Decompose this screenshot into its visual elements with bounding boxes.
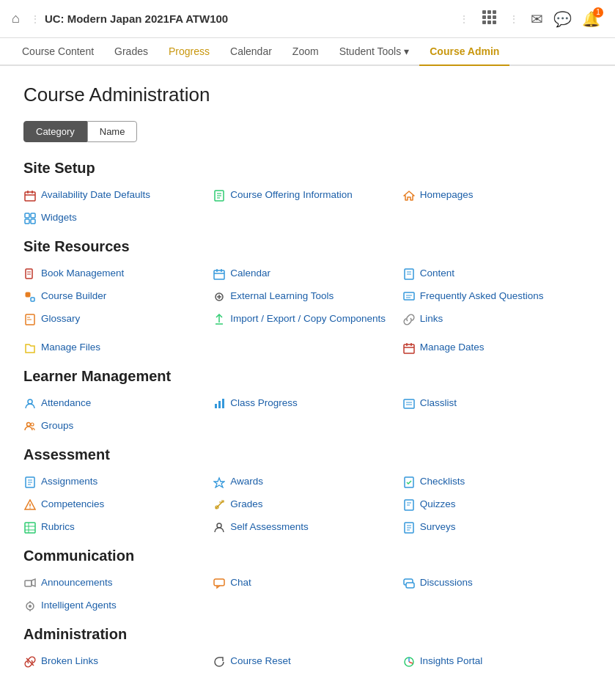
surveys-link[interactable]: Surveys — [420, 520, 456, 534]
svg-marker-83 — [32, 579, 35, 586]
manage-files-link[interactable]: Manage Files — [41, 341, 100, 355]
svg-rect-20 — [25, 219, 29, 224]
links-link[interactable]: Links — [420, 312, 443, 326]
nav-grades[interactable]: Grades — [104, 38, 158, 66]
course-builder-icon — [23, 290, 37, 303]
list-item: Announcements — [23, 575, 213, 592]
course-offering-info-link[interactable]: Course Offering Information — [230, 188, 352, 202]
insights-portal-link[interactable]: Insights Portal — [420, 655, 483, 668]
list-item: Manage Dates — [402, 339, 592, 356]
attendance-link[interactable]: Attendance — [41, 397, 91, 410]
svg-rect-33 — [31, 298, 34, 301]
list-item: Availability Date Defaults — [23, 187, 213, 204]
nav-progress[interactable]: Progress — [158, 38, 220, 66]
availability-date-defaults-link[interactable]: Availability Date Defaults — [41, 188, 150, 202]
content-link[interactable]: Content — [420, 267, 454, 281]
manage-dates-link[interactable]: Manage Dates — [420, 341, 485, 355]
quizzes-link[interactable]: Quizzes — [420, 498, 456, 512]
category-toggle-btn[interactable]: Category — [23, 121, 87, 142]
attendance-icon — [23, 397, 37, 410]
intelligent-agents-link[interactable]: Intelligent Agents — [41, 599, 117, 613]
section-title-site-resources: Site Resources — [23, 238, 592, 255]
section-site-setup: Site Setup Availability Date Defaults Co… — [23, 160, 592, 226]
svg-rect-1 — [487, 10, 491, 14]
homepages-link[interactable]: Homepages — [420, 188, 474, 202]
external-learning-tools-link[interactable]: External Learning Tools — [230, 290, 334, 303]
mail-icon[interactable]: ✉ — [528, 7, 546, 31]
svg-rect-8 — [493, 21, 496, 24]
list-item: Glossary — [23, 311, 213, 328]
list-item: Assignments — [23, 474, 213, 490]
svg-rect-53 — [404, 399, 414, 408]
section-title-assessment: Assessment — [23, 446, 592, 463]
availability-date-defaults-icon — [23, 189, 37, 202]
import-export-link[interactable]: Import / Export / Copy Components — [230, 312, 386, 326]
svg-rect-7 — [487, 21, 491, 24]
classlist-link[interactable]: Classlist — [420, 397, 457, 410]
widgets-link[interactable]: Widgets — [41, 211, 77, 225]
list-item: Rubrics — [23, 519, 213, 536]
list-item: Links — [402, 311, 592, 328]
calendar-resources-icon — [213, 268, 226, 281]
list-item: Surveys — [402, 519, 592, 536]
list-item: Awards — [213, 474, 402, 490]
nav-zoom[interactable]: Zoom — [282, 38, 329, 66]
glossary-link[interactable]: Glossary — [41, 312, 80, 326]
chat-icon[interactable]: 💬 — [550, 7, 575, 31]
competencies-icon — [23, 498, 37, 512]
list-item: Book Management — [23, 265, 213, 282]
svg-rect-50 — [215, 404, 217, 408]
awards-link[interactable]: Awards — [230, 475, 263, 489]
announcements-link[interactable]: Announcements — [41, 576, 113, 590]
homepages-icon — [402, 189, 416, 202]
nav-student-tools[interactable]: Student Tools ▾ — [329, 38, 420, 66]
svg-rect-9 — [25, 192, 35, 201]
checklists-link[interactable]: Checklists — [420, 475, 465, 489]
learner-management-grid: Attendance Class Progress Classlist Grou… — [23, 395, 592, 435]
manage-dates-icon — [402, 342, 416, 355]
grades-link[interactable]: Grades — [230, 498, 262, 512]
classlist-icon — [402, 397, 416, 410]
chat-link[interactable]: Chat — [230, 576, 251, 590]
nav-calendar[interactable]: Calendar — [220, 38, 282, 66]
calendar-resources-link[interactable]: Calendar — [230, 267, 270, 281]
discussions-link[interactable]: Discussions — [420, 576, 473, 590]
class-progress-link[interactable]: Class Progress — [230, 397, 298, 410]
list-item: Insights Portal — [402, 653, 592, 670]
course-reset-link[interactable]: Course Reset — [230, 655, 291, 668]
list-item: Class Progress — [213, 395, 402, 412]
chat-link-icon — [213, 577, 226, 590]
broken-links-link[interactable]: Broken Links — [41, 655, 98, 668]
divider3: ⋮ — [509, 13, 519, 25]
self-assessments-link[interactable]: Self Assessments — [230, 520, 309, 534]
course-builder-link[interactable]: Course Builder — [41, 290, 106, 303]
list-item: Widgets — [23, 210, 213, 226]
list-item: Broken Links — [23, 653, 213, 670]
svg-rect-21 — [31, 219, 35, 224]
list-item: Course Builder — [23, 288, 213, 305]
notification-badge: 1 — [593, 7, 603, 18]
rubrics-link[interactable]: Rubrics — [41, 520, 75, 534]
faq-link[interactable]: Frequently Asked Questions — [420, 290, 544, 303]
discussions-icon — [402, 577, 416, 590]
nav-course-admin[interactable]: Course Admin — [419, 38, 509, 66]
groups-link[interactable]: Groups — [41, 419, 73, 433]
self-assessments-icon — [213, 521, 226, 534]
svg-rect-73 — [25, 523, 35, 533]
section-title-administration: Administration — [23, 626, 592, 643]
home-icon[interactable]: ⌂ — [12, 11, 20, 26]
svg-point-57 — [31, 423, 34, 426]
apps-icon[interactable] — [478, 6, 500, 32]
svg-point-49 — [28, 399, 32, 404]
name-toggle-btn[interactable]: Name — [87, 121, 138, 142]
competencies-link[interactable]: Competencies — [41, 498, 104, 512]
assignments-link[interactable]: Assignments — [41, 475, 97, 489]
notification-icon[interactable]: 🔔 1 — [579, 7, 603, 31]
nav-course-content[interactable]: Course Content — [12, 38, 104, 66]
list-item: Content — [402, 265, 592, 282]
administration-grid: Broken Links Course Reset Insights Porta… — [23, 653, 592, 670]
book-management-link[interactable]: Book Management — [41, 267, 124, 281]
site-resources-grid: Book Management Calendar Content Course … — [23, 265, 592, 328]
svg-rect-52 — [222, 399, 224, 408]
section-title-learner-management: Learner Management — [23, 368, 592, 385]
